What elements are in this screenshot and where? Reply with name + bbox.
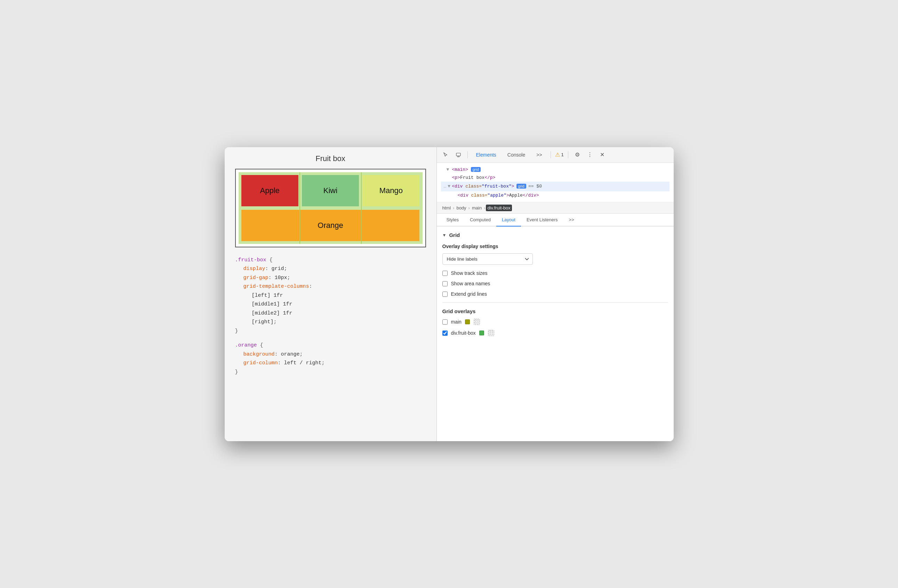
overlay-row-main: main	[442, 319, 668, 325]
tree-line-main: ▼ <main> grid	[447, 166, 669, 174]
extend-grid-lines-checkbox[interactable]	[442, 292, 447, 297]
css-property-display: display	[243, 266, 265, 272]
device-icon[interactable]	[454, 150, 463, 160]
tab-more-panels[interactable]: >>	[563, 214, 580, 226]
tree-line-apple: <div class="apple">Apple</div>	[458, 191, 669, 199]
grid-section-header[interactable]: ▼ Grid	[442, 232, 668, 238]
overlay-main-checkbox[interactable]	[442, 319, 447, 325]
orange-cell: Orange	[241, 210, 420, 241]
show-area-names-label: Show area names	[451, 281, 491, 286]
show-track-sizes-row: Show track sizes	[442, 270, 668, 276]
kiwi-cell: Kiwi	[302, 175, 359, 206]
svg-rect-7	[488, 330, 494, 336]
css-selector-2: .orange	[235, 342, 257, 348]
page-title: Fruit box	[235, 154, 426, 163]
settings-icon[interactable]: ⚙	[572, 150, 582, 160]
tree-line-p: <p>Fruit box</p>	[452, 174, 669, 182]
css-property-grid-col: grid-column	[243, 360, 278, 366]
show-area-names-row: Show area names	[442, 281, 668, 286]
css-property-gap: grid-gap	[243, 275, 269, 281]
page-panel: Fruit box Apple Kiwi Mango Orange .fruit…	[224, 147, 437, 441]
fruit-grid: Apple Kiwi Mango Orange	[238, 172, 423, 244]
close-icon[interactable]: ✕	[598, 150, 607, 160]
html-tree: ▼ <main> grid <p>Fruit box</p> … ▼ <div …	[437, 163, 674, 203]
tree-line-selected: … ▼ <div class="fruit-box"> grid == $0	[441, 182, 669, 191]
tab-layout[interactable]: Layout	[496, 214, 521, 226]
warning-badge: ⚠ 1	[555, 151, 564, 158]
equals-zero: == $0	[528, 182, 542, 190]
overlay-settings-title: Overlay display settings	[442, 243, 668, 249]
extend-grid-lines-label: Extend grid lines	[451, 291, 487, 297]
panel-tabs: Styles Computed Layout Event Listeners >…	[437, 214, 674, 226]
warning-icon: ⚠	[555, 151, 560, 158]
devtools-toolbar: Elements Console >> ⚠ 1 ⚙ ⋮ ✕	[437, 147, 674, 163]
tab-console[interactable]: Console	[503, 151, 529, 159]
warning-count: 1	[561, 152, 564, 157]
breadcrumb-html[interactable]: html	[441, 205, 452, 211]
grid-overlays-title: Grid overlays	[442, 308, 668, 314]
line-labels-dropdown[interactable]: Hide line labels Show line labels Show l…	[442, 253, 533, 265]
tab-styles[interactable]: Styles	[441, 214, 464, 226]
tab-more[interactable]: >>	[532, 151, 546, 159]
overlay-fruit-box-label: div.fruit-box	[451, 330, 476, 336]
extend-grid-lines-row: Extend grid lines	[442, 291, 668, 297]
inspect-icon[interactable]	[441, 150, 451, 160]
dropdown-row: Hide line labels Show line labels Show l…	[442, 253, 668, 265]
mango-cell: Mango	[362, 175, 420, 206]
overlay-fruit-box-color-swatch[interactable]	[479, 331, 484, 336]
apple-cell: Apple	[241, 175, 298, 206]
browser-window: Fruit box Apple Kiwi Mango Orange .fruit…	[224, 147, 674, 441]
tab-elements[interactable]: Elements	[472, 151, 500, 159]
grid-badge-fruit-box: grid	[517, 184, 526, 189]
layout-content: ▼ Grid Overlay display settings Hide lin…	[437, 226, 674, 441]
overlay-row-fruit-box: div.fruit-box	[442, 329, 668, 336]
fruit-box-container: Apple Kiwi Mango Orange	[235, 169, 426, 247]
tab-computed[interactable]: Computed	[464, 214, 496, 226]
grid-section-title: Grid	[449, 232, 460, 238]
breadcrumb-body[interactable]: body	[455, 205, 467, 211]
toolbar-separator-1	[467, 151, 468, 158]
chevron-down-icon: ▼	[442, 233, 447, 238]
toolbar-separator-3	[568, 151, 568, 158]
devtools-panel: Elements Console >> ⚠ 1 ⚙ ⋮ ✕ ▼ <main> g…	[437, 147, 674, 441]
overlay-main-color-swatch[interactable]	[465, 319, 470, 324]
toolbar-separator-2	[550, 151, 551, 158]
overlay-main-label: main	[451, 319, 461, 325]
overlay-settings: Overlay display settings Hide line label…	[442, 243, 668, 297]
css-property-template-cols: grid-template-columns	[243, 283, 309, 289]
show-track-sizes-label: Show track sizes	[451, 270, 487, 276]
css-selector-1: .fruit-box	[235, 257, 266, 263]
breadcrumb-fruit-box[interactable]: div.fruit-box	[486, 205, 512, 211]
overlay-fruit-box-checkbox[interactable]	[442, 331, 447, 336]
more-menu-icon[interactable]: ⋮	[585, 150, 595, 160]
show-area-names-checkbox[interactable]	[442, 281, 447, 286]
show-track-sizes-checkbox[interactable]	[442, 271, 447, 276]
svg-rect-1	[457, 156, 460, 157]
svg-rect-2	[474, 319, 480, 325]
overlay-fruit-box-grid-icon[interactable]	[487, 329, 495, 336]
css-property-bg: background	[243, 351, 275, 357]
section-divider	[442, 302, 668, 303]
grid-overlays-section: Grid overlays main	[442, 308, 668, 336]
breadcrumb-main[interactable]: main	[471, 205, 483, 211]
grid-badge-main: grid	[471, 167, 481, 172]
overlay-main-grid-icon[interactable]	[474, 319, 480, 325]
tab-event-listeners[interactable]: Event Listeners	[521, 214, 563, 226]
code-block: .fruit-box { display: grid; grid-gap: 10…	[235, 256, 426, 377]
svg-rect-0	[456, 153, 460, 156]
breadcrumb: html › body › main › div.fruit-box	[437, 203, 674, 214]
